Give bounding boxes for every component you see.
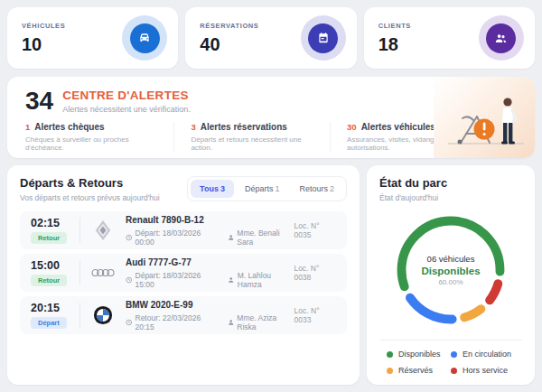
vehicle-name: Renault 7890-B-12 xyxy=(126,215,294,225)
alert-item-reservations[interactable]: 3 Alertes réservations Départs et retour… xyxy=(191,122,331,152)
departures-subtitle: Vos départs et retours prévus aujourd'hu… xyxy=(20,193,160,202)
alert-title: CENTRE D'ALERTES xyxy=(62,89,191,102)
departures-card: Départs & Retours Vos départs et retours… xyxy=(7,165,360,385)
tab-label: Départs xyxy=(245,184,274,193)
client-text: Mme. Benali Sara xyxy=(237,229,294,247)
legend-label: En circulation xyxy=(463,350,511,359)
divider xyxy=(79,303,80,328)
audi-logo xyxy=(91,261,115,285)
alert-item-count: 3 xyxy=(191,122,195,132)
stat-text: RÉSERVATIONS 40 xyxy=(200,22,258,55)
stat-card-vehicules[interactable]: VÉHICULES 10 xyxy=(7,7,178,69)
alert-item-description: Chèques à surveiller ou proches d'échéan… xyxy=(25,135,157,152)
client-text: Mme. Aziza Riska xyxy=(237,313,294,331)
schedule-text: Retour: 22/03/2026 20:15 xyxy=(136,313,217,331)
alert-item-description: Départs et retours nécessitent une actio… xyxy=(191,135,313,152)
table-row[interactable]: 02:15 Retour Renault 7890-B-12 Départ: 1… xyxy=(20,211,347,249)
tab-count: 2 xyxy=(330,184,334,193)
clock-icon xyxy=(126,234,133,241)
schedule-text: Départ: 18/03/2026 00:00 xyxy=(136,229,217,247)
status-badge: Retour xyxy=(31,232,67,244)
stat-value: 40 xyxy=(200,34,258,55)
row-time: 02:15 xyxy=(31,217,60,229)
tab-tous[interactable]: Tous3 xyxy=(191,180,234,198)
tab-label: Tous xyxy=(200,184,219,193)
tab-retours[interactable]: Retours2 xyxy=(290,180,343,198)
fleet-title: État du parc xyxy=(379,176,522,190)
car-icon xyxy=(122,15,167,61)
tab-count: 3 xyxy=(220,184,225,193)
alert-illustration xyxy=(434,77,535,158)
dashboard-page: VÉHICULES 10 RÉSERVATIONS 40 CLIEN xyxy=(0,0,542,392)
clients-icon xyxy=(479,15,524,61)
legend-label: Réservés xyxy=(398,366,433,375)
stat-card-reservations[interactable]: RÉSERVATIONS 40 xyxy=(185,7,356,69)
warning-person-illustration xyxy=(434,77,535,158)
status-badge: Départ xyxy=(31,317,67,329)
stat-value: 10 xyxy=(22,34,65,55)
legend-dot xyxy=(387,368,393,374)
tab-label: Retours xyxy=(299,184,328,193)
calendar-icon xyxy=(301,15,346,61)
alert-item-label: Alertes véhicules xyxy=(361,122,435,132)
tab-departs[interactable]: Départs1 xyxy=(236,180,289,198)
schedule-text: Départ: 18/03/2026 15:00 xyxy=(136,271,218,289)
vehicle-name: BMW 2020-E-99 xyxy=(126,300,294,310)
stat-label: VÉHICULES xyxy=(22,22,65,30)
stats-row: VÉHICULES 10 RÉSERVATIONS 40 CLIEN xyxy=(7,7,535,69)
client-meta: Mme. Aziza Riska xyxy=(228,313,294,331)
status-badge: Retour xyxy=(31,275,67,286)
alert-item-count: 30 xyxy=(347,122,357,132)
donut-center-text: 06 véhicules Disponibles 60.00% xyxy=(390,210,511,331)
alert-title-block: CENTRE D'ALERTES Alertes nécessitent une… xyxy=(62,89,191,114)
divider xyxy=(79,218,80,243)
vehicle-name: Audi 7777-G-77 xyxy=(126,257,294,267)
bmw-logo xyxy=(91,303,115,327)
schedule-meta: Départ: 18/03/2026 15:00 xyxy=(126,271,217,289)
schedule-meta: Départ: 18/03/2026 00:00 xyxy=(126,229,217,247)
person-icon xyxy=(228,319,234,326)
departures-title: Départs & Retours xyxy=(20,176,160,190)
client-meta: Mme. Benali Sara xyxy=(228,229,294,247)
alert-total-count: 34 xyxy=(25,89,53,114)
bottom-row: Départs & Retours Vos départs et retours… xyxy=(7,165,535,385)
fleet-legend: DisponiblesEn circulationRéservésHors se… xyxy=(379,341,522,375)
stat-label: RÉSERVATIONS xyxy=(200,22,258,30)
schedule-meta: Retour: 22/03/2026 20:15 xyxy=(126,313,217,331)
legend-label: Disponibles xyxy=(398,350,441,359)
departures-tabs: Tous3 Départs1 Retours2 xyxy=(187,176,347,201)
location-number: Loc. N° 0035 xyxy=(294,221,336,239)
stat-card-clients[interactable]: CLIENTS 18 xyxy=(364,7,535,69)
legend-item: Réservés xyxy=(387,366,451,375)
donut-label: Disponibles xyxy=(421,266,480,276)
fleet-status-card: État du parc État d'aujourd'hui 06 véhic… xyxy=(367,165,535,385)
legend-label: Hors service xyxy=(463,366,508,375)
legend-item: Hors service xyxy=(451,366,515,375)
departures-list: 02:15 Retour Renault 7890-B-12 Départ: 1… xyxy=(20,211,347,334)
location-number: Loc. N° 0033 xyxy=(294,306,336,324)
renault-logo xyxy=(91,219,115,242)
alert-item-cheques[interactable]: 1 Alertes chèques Chèques à surveiller o… xyxy=(25,122,174,152)
donut-count: 06 véhicules xyxy=(427,254,475,264)
stat-label: CLIENTS xyxy=(378,22,411,30)
fleet-donut-chart: 06 véhicules Disponibles 60.00% xyxy=(390,210,511,331)
stat-value: 18 xyxy=(378,34,411,55)
alert-center-card: 34 CENTRE D'ALERTES Alertes nécessitent … xyxy=(7,77,535,158)
legend-item: En circulation xyxy=(451,350,515,359)
legend-item: Disponibles xyxy=(387,350,451,359)
divider xyxy=(79,260,80,285)
row-time: 15:00 xyxy=(31,259,60,272)
table-row[interactable]: 15:00 Retour Audi 7777-G-77 Départ: 18/0… xyxy=(20,254,347,292)
stat-text: VÉHICULES 10 xyxy=(22,22,65,55)
alert-item-count: 1 xyxy=(25,122,30,132)
stat-text: CLIENTS 18 xyxy=(378,22,411,55)
clock-icon xyxy=(126,276,133,284)
alert-subtitle: Alertes nécessitent une vérification. xyxy=(62,105,191,114)
donut-percentage: 60.00% xyxy=(438,278,463,286)
tab-count: 1 xyxy=(275,184,279,193)
departures-header-text: Départs & Retours Vos départs et retours… xyxy=(20,176,160,202)
table-row[interactable]: 20:15 Départ BMW 2020-E-99 Retour: 22/03… xyxy=(20,296,347,334)
alert-item-label: Alertes chèques xyxy=(34,122,104,132)
alert-item-label: Alertes réservations xyxy=(201,122,287,132)
row-time: 20:15 xyxy=(31,302,60,314)
